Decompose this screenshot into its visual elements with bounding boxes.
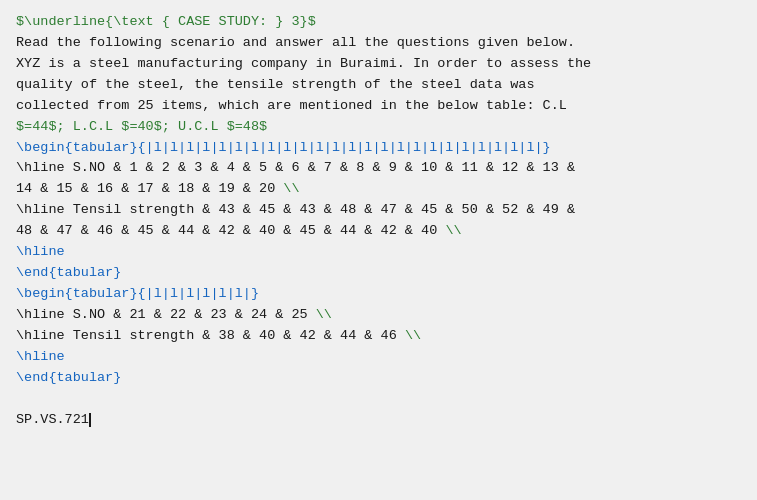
line-18: \end{tabular} xyxy=(16,368,741,389)
line-10-text: \hline Tensil strength & 43 & 45 & 43 & … xyxy=(16,202,575,217)
line-14-text: \begin{tabular}{|l|l|l|l|l|l|} xyxy=(16,286,259,301)
line-16-newline: \\ xyxy=(405,328,421,343)
line-2-text: Read the following scenario and answer a… xyxy=(16,35,575,50)
editor-area[interactable]: $\underline{\text { CASE STUDY: } 3}$ Re… xyxy=(0,0,757,500)
line-9-newline: \\ xyxy=(283,181,299,196)
line-2: Read the following scenario and answer a… xyxy=(16,33,741,54)
line-9: 14 & 15 & 16 & 17 & 18 & 19 & 20 \\ xyxy=(16,179,741,200)
line-1: $\underline{\text { CASE STUDY: } 3}$ xyxy=(16,12,741,33)
text-cursor xyxy=(89,413,91,427)
line-18-text: \end{tabular} xyxy=(16,370,121,385)
line-1-text: $\underline{\text { CASE STUDY: } 3}$ xyxy=(16,14,316,29)
line-13-text: \end{tabular} xyxy=(16,265,121,280)
line-15: \hline S.NO & 21 & 22 & 23 & 24 & 25 \\ xyxy=(16,305,741,326)
line-17-text: \hline xyxy=(16,349,65,364)
line-12-text: \hline xyxy=(16,244,65,259)
line-16: \hline Tensil strength & 38 & 40 & 42 & … xyxy=(16,326,741,347)
line-6-text: $=44$; L.C.L $=40$; U.C.L $=48$ xyxy=(16,119,267,134)
line-20-text: SP.VS.721 xyxy=(16,412,89,427)
line-14: \begin{tabular}{|l|l|l|l|l|l|} xyxy=(16,284,741,305)
line-16-text: \hline Tensil strength & 38 & 40 & 42 & … xyxy=(16,328,405,343)
line-4-text: quality of the steel, the tensile streng… xyxy=(16,77,534,92)
line-3-text: XYZ is a steel manufacturing company in … xyxy=(16,56,591,71)
line-9-text: 14 & 15 & 16 & 17 & 18 & 19 & 20 xyxy=(16,181,283,196)
line-11: 48 & 47 & 46 & 45 & 44 & 42 & 40 & 45 & … xyxy=(16,221,741,242)
line-8-text: \hline S.NO & 1 & 2 & 3 & 4 & 5 & 6 & 7 … xyxy=(16,160,575,175)
line-12: \hline xyxy=(16,242,741,263)
line-17: \hline xyxy=(16,347,741,368)
line-11-newline: \\ xyxy=(445,223,461,238)
line-6: $=44$; L.C.L $=40$; U.C.L $=48$ xyxy=(16,117,741,138)
line-3: XYZ is a steel manufacturing company in … xyxy=(16,54,741,75)
line-8: \hline S.NO & 1 & 2 & 3 & 4 & 5 & 6 & 7 … xyxy=(16,158,741,179)
line-11-text: 48 & 47 & 46 & 45 & 44 & 42 & 40 & 45 & … xyxy=(16,223,445,238)
line-13: \end{tabular} xyxy=(16,263,741,284)
line-4: quality of the steel, the tensile streng… xyxy=(16,75,741,96)
line-10: \hline Tensil strength & 43 & 45 & 43 & … xyxy=(16,200,741,221)
line-20: SP.VS.721 xyxy=(16,410,741,431)
line-15-text: \hline S.NO & 21 & 22 & 23 & 24 & 25 xyxy=(16,307,316,322)
line-7-text: \begin{tabular}{|l|l|l|l|l|l|l|l|l|l|l|l… xyxy=(16,140,551,155)
line-19 xyxy=(16,389,741,410)
line-15-newline: \\ xyxy=(316,307,332,322)
line-5: collected from 25 items, which are menti… xyxy=(16,96,741,117)
line-5-text: collected from 25 items, which are menti… xyxy=(16,98,567,113)
line-7: \begin{tabular}{|l|l|l|l|l|l|l|l|l|l|l|l… xyxy=(16,138,741,159)
